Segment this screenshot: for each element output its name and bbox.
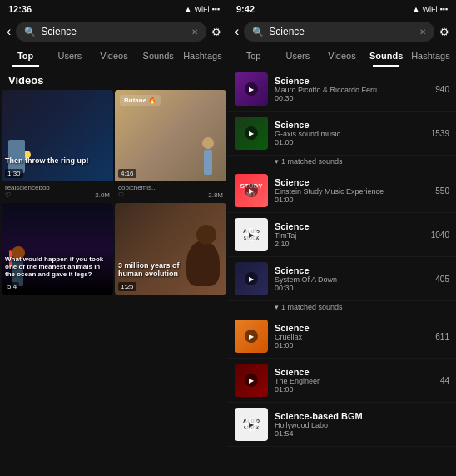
filter-icon-left[interactable]: ⚙ [211, 26, 221, 38]
play-btn-6[interactable]: ▶ [245, 330, 258, 343]
video-overlay-1: Then throw the ring up! [5, 156, 110, 165]
play-btn-7[interactable]: ▶ [245, 374, 258, 387]
sound-duration-2: 01:00 [275, 138, 424, 146]
sound-title-3: Science [275, 177, 429, 187]
sound-info-3: Science Einstein Study Music Experience … [275, 177, 429, 204]
video-thumb-4: 3 million years of human evolution 1:25 [115, 203, 226, 295]
sound-artist-8: Hollywood Labo [275, 421, 443, 429]
tab-videos-right[interactable]: Videos [320, 45, 364, 67]
sound-count-6: 611 [435, 332, 449, 341]
video-card-1[interactable]: Then throw the ring up! 1:30 realscience… [2, 90, 113, 201]
play-btn-1[interactable]: ▶ [245, 82, 258, 96]
sound-thumb-7: ▶ [235, 364, 268, 397]
sound-info-4: Science TimTaj 2:10 [275, 221, 424, 248]
sound-artist-5: System Of A Down [275, 275, 429, 284]
tab-users-right[interactable]: Users [275, 45, 320, 67]
sound-artist-3: Einstein Study Music Experience [275, 187, 429, 196]
tab-sounds-left[interactable]: Sounds [136, 45, 181, 67]
video-card-2[interactable]: Butane 🔥 4:16 coolchemis... ♡ 2.8M [115, 90, 226, 201]
sound-title-5: Science [275, 265, 429, 275]
video-duration-3: 5:4 [5, 282, 19, 291]
sound-thumb-2: ▶ [235, 117, 268, 150]
tab-videos-left[interactable]: Videos [92, 45, 136, 67]
video-meta-2: coolchemis... ♡ 2.8M [115, 181, 226, 201]
video-likes-row-2: ♡ 2.8M [118, 191, 223, 199]
tab-top-right[interactable]: Top [231, 45, 275, 67]
matched-sounds-2[interactable]: ▾ 1 matched sounds [228, 156, 456, 169]
search-icon-right: 🔍 [252, 27, 264, 37]
video-likes-2: 2.8M [208, 191, 223, 199]
battery-icon-right: ▪▪▪ [439, 5, 448, 13]
video-thumb-3: What would happen if you took one of the… [2, 203, 113, 295]
video-duration-1: 1:30 [5, 169, 23, 178]
sound-artist-7: The Engineer [275, 377, 434, 385]
video-thumb-2: Butane 🔥 4:16 [115, 90, 226, 181]
sound-item-1[interactable]: ▶ Science Mauro Picotto & Riccardo Ferri… [228, 67, 456, 112]
sound-duration-4: 2:10 [275, 240, 424, 248]
sound-count-7: 44 [440, 376, 449, 385]
sound-info-8: Science-based BGM Hollywood Labo 01:54 [275, 411, 443, 438]
sound-info-2: Science G-axis sound music 01:00 [275, 120, 424, 146]
clear-icon-left[interactable]: ✕ [191, 27, 198, 37]
status-icons-right: ▲ WiFi ▪▪▪ [413, 5, 449, 13]
time-left: 12:36 [8, 4, 32, 14]
video-card-4[interactable]: 3 million years of human evolution 1:25 [115, 203, 226, 295]
back-button-left[interactable]: ‹ [7, 24, 11, 39]
chevron-down-icon-5: ▾ [275, 303, 279, 311]
play-btn-3[interactable]: ▶ [245, 184, 258, 197]
video-meta-1: realsciencebob ♡ 2.0M [2, 181, 113, 201]
video-username-1: realsciencebob [5, 184, 110, 191]
filter-icon-right[interactable]: ⚙ [439, 26, 449, 38]
play-btn-5[interactable]: ▶ [245, 272, 258, 285]
sound-item-5[interactable]: ▶ Science System Of A Down 00:30 405 [228, 257, 456, 301]
matched-label-5: 1 matched sounds [281, 303, 343, 311]
play-btn-2[interactable]: ▶ [245, 126, 258, 140]
video-card-3[interactable]: What would happen if you took one of the… [2, 203, 113, 295]
sound-info-1: Science Mauro Picotto & Riccardo Ferri 0… [275, 76, 429, 102]
play-btn-8[interactable]: ▶ [245, 418, 258, 431]
sound-list: ▶ Science Mauro Picotto & Riccardo Ferri… [228, 67, 456, 476]
search-icon-left: 🔍 [24, 27, 36, 37]
sound-title-8: Science-based BGM [275, 411, 443, 421]
sound-item-4[interactable]: Audiostock ▶ Science TimTaj 2:10 1040 [228, 213, 456, 257]
section-label-videos: Videos [0, 67, 228, 90]
sound-info-5: Science System Of A Down 00:30 [275, 265, 429, 292]
sound-item-8[interactable]: Audiostock ▶ Science-based BGM Hollywood… [228, 403, 456, 447]
matched-sounds-5[interactable]: ▾ 1 matched sounds [228, 301, 456, 315]
sound-duration-1: 00:30 [275, 94, 429, 102]
tabs-left: Top Users Videos Sounds Hashtags [0, 45, 228, 67]
video-overlay-3: What would happen if you took one of the… [5, 255, 110, 278]
wifi-icon-right: WiFi [422, 5, 437, 13]
sound-title-2: Science [275, 120, 424, 130]
time-right: 9:42 [236, 4, 255, 14]
play-btn-4[interactable]: ▶ [245, 228, 258, 241]
sound-title-1: Science [275, 76, 429, 86]
sound-item-6[interactable]: ▶ Science Cruellax 01:00 611 [228, 315, 456, 359]
sound-duration-6: 01:00 [275, 341, 429, 350]
sound-thumb-1: ▶ [235, 72, 268, 106]
tab-top-left[interactable]: Top [3, 45, 47, 67]
matched-label-2: 1 matched sounds [281, 157, 343, 166]
heart-icon-2: ♡ [118, 191, 124, 199]
battery-icon-left: ▪▪▪ [211, 5, 220, 13]
status-icons-left: ▲ WiFi ▪▪▪ [185, 5, 221, 13]
sound-artist-2: G-axis sound music [275, 130, 424, 138]
sound-item-3[interactable]: STUDYMX ▶ Science Einstein Study Music E… [228, 169, 456, 213]
tab-users-left[interactable]: Users [47, 45, 92, 67]
search-bar-right: ‹ 🔍 Science ✕ ⚙ [228, 18, 456, 45]
tab-hashtags-left[interactable]: Hashtags [181, 45, 225, 67]
heart-icon-1: ♡ [5, 191, 11, 199]
video-duration-2: 4:16 [118, 169, 136, 178]
sound-item-7[interactable]: ▶ Science The Engineer 01:00 44 [228, 359, 456, 403]
sound-count-4: 1040 [431, 231, 449, 240]
search-input-wrap-right[interactable]: 🔍 Science ✕ [244, 22, 434, 42]
back-button-right[interactable]: ‹ [235, 24, 239, 39]
sound-item-2[interactable]: ▶ Science G-axis sound music 01:00 1539 [228, 112, 456, 156]
tab-hashtags-right[interactable]: Hashtags [409, 45, 453, 67]
sound-count-1: 940 [435, 85, 449, 94]
clear-icon-right[interactable]: ✕ [419, 27, 426, 37]
chevron-down-icon-2: ▾ [275, 157, 279, 166]
tab-sounds-right[interactable]: Sounds [364, 45, 409, 67]
status-bar-right: 9:42 ▲ WiFi ▪▪▪ [228, 0, 456, 18]
search-input-wrap-left[interactable]: 🔍 Science ✕ [16, 22, 206, 42]
